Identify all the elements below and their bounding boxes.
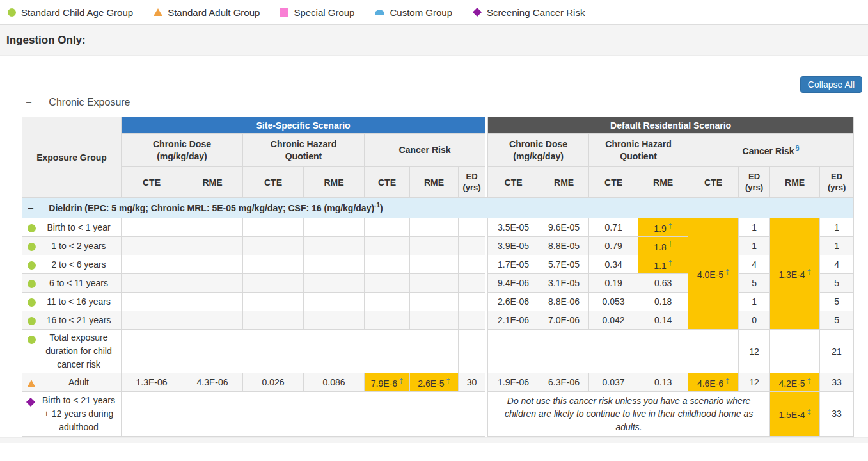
exposure-group-header: Exposure Group (22, 117, 122, 198)
circle-icon (28, 298, 36, 307)
exposure-group-label: 1 to < 2 years (51, 241, 106, 251)
value-cell (488, 330, 739, 373)
value-cell (304, 218, 365, 237)
value-cell: 0.026 (243, 373, 304, 392)
ed-line1: ED (823, 172, 851, 182)
value-cell (243, 237, 304, 255)
value-cell (459, 311, 485, 330)
exposure-group-cell: Adult (22, 373, 122, 392)
ss-hq-cte-header: CTE (243, 167, 304, 198)
value-cell: 21 (820, 330, 854, 373)
value-cell (304, 293, 365, 311)
hazard-quotient-line2: Quotient (246, 150, 361, 163)
ss-cr-cte-header: CTE (365, 167, 410, 198)
value-cell (243, 311, 304, 330)
value-cell (182, 293, 243, 311)
exposure-group-cell: 6 to < 11 years (22, 274, 122, 293)
highlighted-risk-value: 2.6E-5‡ (410, 373, 459, 392)
circle-icon (8, 8, 16, 17)
value-cell (365, 218, 410, 237)
value-cell: 0.18 (638, 293, 688, 311)
legend-item: Custom Group (375, 7, 452, 18)
value-cell (243, 293, 304, 311)
exposure-group-label: 11 to < 16 years (47, 296, 111, 307)
value-cell (410, 311, 459, 330)
value-cell: 1.7E-05 (488, 255, 539, 274)
value-cell (770, 330, 820, 373)
value-cell (459, 330, 485, 373)
site-specific-scenario-header: Site-Specific Scenario (122, 117, 485, 134)
hazard-quotient-line1: Chronic Hazard (592, 138, 685, 150)
legend-label: Standard Adult Group (168, 7, 260, 18)
exposure-group-cell: 16 to < 21 years (22, 311, 122, 330)
value-cell (182, 237, 243, 255)
value-cell: 30 (459, 373, 485, 392)
value-cell: 4 (820, 255, 854, 274)
highlighted-risk-value: 1.9† (638, 218, 688, 237)
collapse-all-button[interactable]: Collapse All (800, 76, 862, 93)
value-cell: 0.63 (638, 274, 688, 293)
value-cell: 33 (820, 373, 854, 392)
value-cell (243, 255, 304, 274)
highlighted-risk-value: 1.3E-4‡ (770, 218, 820, 330)
value-cell: 3.1E-05 (539, 274, 589, 293)
exposure-group-label: 2 to < 6 years (51, 259, 106, 270)
value-cell (122, 293, 182, 311)
exposure-group-label: Birth to < 1 year (47, 222, 110, 232)
value-cell (459, 237, 485, 255)
exposure-group-label: Birth to < 21 years + 12 years during ad… (42, 395, 115, 432)
ss-hazard-quotient-header: Chronic Hazard Quotient (243, 134, 365, 167)
value-cell: 8.8E-05 (539, 237, 589, 255)
value-cell (243, 274, 304, 293)
highlighted-risk-value: 1.8† (638, 237, 688, 255)
value-cell: 1 (739, 293, 770, 311)
highlighted-risk-value: 4.6E-6‡ (688, 373, 739, 392)
legend-label: Special Group (294, 7, 354, 18)
ss-dose-cte-header: CTE (122, 167, 182, 198)
ed-line2: (yrs) (461, 182, 482, 193)
value-cell (122, 311, 182, 330)
circle-icon (28, 317, 36, 325)
value-cell: 3.9E-05 (488, 237, 539, 255)
ed-line1: ED (461, 172, 482, 182)
cancer-risk-label: Cancer Risk (399, 145, 451, 155)
toolbar: Collapse All (0, 56, 868, 94)
legend-item: Special Group (280, 7, 354, 18)
dr-cr-rme-header: RME (770, 167, 820, 198)
value-cell (459, 293, 485, 311)
exposure-group-cell: Birth to < 21 years + 12 years during ad… (22, 392, 122, 437)
highlighted-risk-value: 7.9E-6‡ (365, 373, 410, 392)
ed-line1: ED (741, 172, 767, 182)
value-cell: 12 (739, 330, 770, 373)
value-cell: 2.1E-06 (488, 311, 539, 330)
chronic-dose-line2: (mg/kg/day) (124, 150, 240, 163)
dr-chronic-dose-header: Chronic Dose (mg/kg/day) (488, 134, 589, 167)
ss-dose-rme-header: RME (182, 167, 243, 198)
value-cell (182, 255, 243, 274)
default-residential-scenario-header: Default Residential Scenario (488, 117, 854, 134)
dr-cancer-risk-header: Cancer Risk§ (688, 134, 854, 167)
collapse-section-icon[interactable]: − (26, 97, 31, 108)
value-cell: 0.042 (589, 311, 638, 330)
value-cell: 5 (820, 274, 854, 293)
value-cell (410, 218, 459, 237)
value-cell: 7.0E-06 (539, 311, 589, 330)
value-cell (304, 311, 365, 330)
exposure-group-label: Adult (68, 377, 89, 387)
ss-ed-header: ED (yrs) (459, 167, 485, 198)
dr-ed2-header: ED (yrs) (820, 167, 854, 198)
dome-icon (375, 10, 384, 15)
diamond-icon (473, 8, 482, 17)
dr-hazard-quotient-header: Chronic Hazard Quotient (589, 134, 688, 167)
ss-hq-rme-header: RME (304, 167, 365, 198)
collapse-chemical-icon[interactable]: − (28, 202, 33, 213)
highlighted-risk-value: 4.0E-5‡ (688, 218, 739, 330)
value-cell (182, 274, 243, 293)
value-cell (410, 255, 459, 274)
value-cell (122, 330, 459, 373)
value-cell: 5 (820, 293, 854, 311)
exposure-row: Adult1.3E-064.3E-060.0260.0867.9E-6‡2.6E… (22, 373, 854, 392)
value-cell: 9.4E-06 (488, 274, 539, 293)
exposure-group-label: 16 to < 21 years (47, 315, 111, 325)
legend-label: Standard Child Age Group (21, 7, 133, 18)
